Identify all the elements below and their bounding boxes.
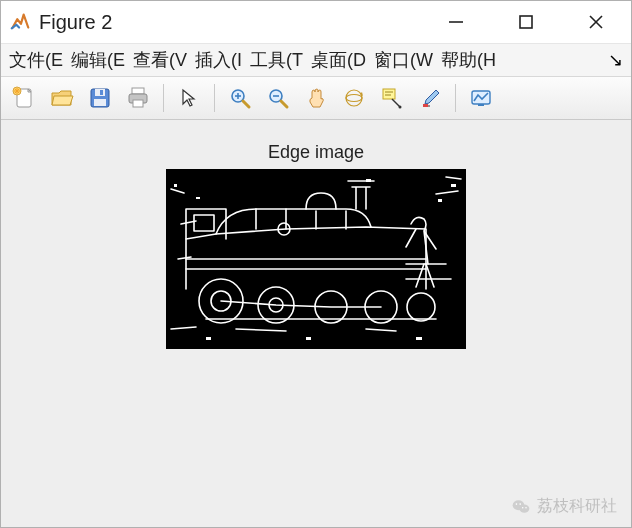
close-button[interactable] xyxy=(561,1,631,43)
menu-file[interactable]: 文件(E xyxy=(5,46,67,74)
svg-rect-12 xyxy=(133,100,143,107)
toolbar-separator xyxy=(214,84,215,112)
svg-point-48 xyxy=(519,504,529,512)
svg-rect-10 xyxy=(132,88,144,94)
new-figure-button[interactable] xyxy=(7,81,41,115)
svg-line-14 xyxy=(243,101,249,107)
data-cursor-button[interactable] xyxy=(375,81,409,115)
svg-point-26 xyxy=(399,106,402,109)
wechat-icon xyxy=(511,497,531,517)
svg-point-21 xyxy=(346,95,362,102)
figure-window: Figure 2 文件(E 编辑(E 查看(V 插入(I 工具(T 桌面(D 窗… xyxy=(0,0,632,528)
svg-rect-9 xyxy=(100,90,103,95)
menu-bar: 文件(E 编辑(E 查看(V 插入(I 工具(T 桌面(D 窗口(W 帮助(H … xyxy=(1,44,631,77)
zoom-out-button[interactable] xyxy=(261,81,295,115)
svg-rect-45 xyxy=(306,337,311,340)
brush-button[interactable] xyxy=(413,81,447,115)
svg-rect-27 xyxy=(423,104,428,107)
svg-rect-8 xyxy=(94,99,106,106)
toolbar-separator xyxy=(163,84,164,112)
title-bar: Figure 2 xyxy=(1,1,631,44)
menu-insert[interactable]: 插入(I xyxy=(191,46,246,74)
svg-rect-44 xyxy=(416,337,422,340)
maximize-button[interactable] xyxy=(491,1,561,43)
svg-point-20 xyxy=(346,90,362,106)
svg-line-18 xyxy=(281,101,287,107)
pan-button[interactable] xyxy=(299,81,333,115)
svg-rect-41 xyxy=(174,184,177,187)
save-button[interactable] xyxy=(83,81,117,115)
svg-rect-22 xyxy=(383,89,395,99)
svg-point-52 xyxy=(525,507,527,509)
svg-rect-40 xyxy=(438,199,442,202)
minimize-button[interactable] xyxy=(421,1,491,43)
svg-rect-39 xyxy=(451,184,456,187)
edge-image xyxy=(166,169,466,349)
menu-tools[interactable]: 工具(T xyxy=(246,46,307,74)
open-button[interactable] xyxy=(45,81,79,115)
svg-point-50 xyxy=(519,503,521,505)
watermark-text: 荔枝科研社 xyxy=(537,496,617,517)
link-plot-button[interactable] xyxy=(464,81,498,115)
svg-rect-1 xyxy=(520,16,532,28)
toolbar xyxy=(1,77,631,120)
menu-overflow-icon[interactable]: ↘ xyxy=(608,49,627,71)
matlab-icon xyxy=(9,11,31,33)
svg-rect-42 xyxy=(196,197,200,199)
svg-point-49 xyxy=(516,503,518,505)
menu-desktop[interactable]: 桌面(D xyxy=(307,46,370,74)
pointer-button[interactable] xyxy=(172,81,206,115)
svg-point-51 xyxy=(522,507,524,509)
menu-edit[interactable]: 编辑(E xyxy=(67,46,129,74)
axes-title: Edge image xyxy=(268,142,364,163)
window-title: Figure 2 xyxy=(39,11,112,34)
svg-rect-43 xyxy=(366,179,371,182)
print-button[interactable] xyxy=(121,81,155,115)
rotate-button[interactable] xyxy=(337,81,371,115)
menu-window[interactable]: 窗口(W xyxy=(370,46,437,74)
svg-line-25 xyxy=(392,99,400,107)
menu-help[interactable]: 帮助(H xyxy=(437,46,500,74)
svg-rect-46 xyxy=(206,337,211,340)
menu-view[interactable]: 查看(V xyxy=(129,46,191,74)
toolbar-separator xyxy=(455,84,456,112)
zoom-in-button[interactable] xyxy=(223,81,257,115)
watermark: 荔枝科研社 xyxy=(511,496,617,517)
figure-axes-area: Edge image xyxy=(1,120,631,527)
